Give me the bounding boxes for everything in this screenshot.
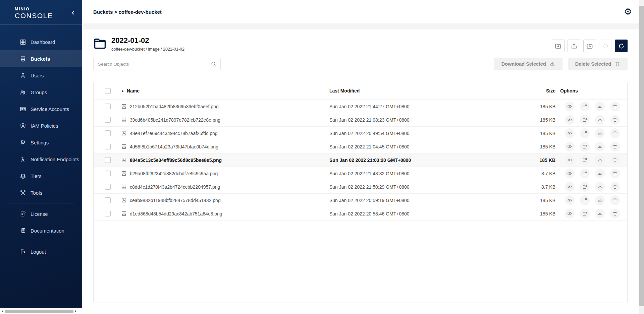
delete-object-button[interactable] bbox=[610, 209, 620, 218]
download-object-button[interactable] bbox=[595, 155, 605, 165]
object-name[interactable]: 48e41ef7e69c443494cc78b7aaf25fdc.png bbox=[130, 131, 218, 136]
share-object-button[interactable] bbox=[580, 182, 590, 192]
share-object-button[interactable] bbox=[580, 142, 590, 151]
sidebar-item-license[interactable]: License bbox=[0, 205, 82, 222]
sidebar-item-tools[interactable]: Tools bbox=[0, 184, 82, 201]
search-input[interactable] bbox=[93, 58, 221, 70]
download-object-button[interactable] bbox=[595, 182, 605, 192]
object-name[interactable]: c8dd4c1d270f43a2b4724ccbb2204957.png bbox=[130, 184, 220, 190]
table-row[interactable]: 4d58f8b1b6714a23a73fd47bfae0b74c.pngSun … bbox=[94, 140, 627, 153]
share-object-button[interactable] bbox=[580, 209, 590, 218]
row-checkbox[interactable] bbox=[105, 104, 111, 109]
preview-object-button[interactable] bbox=[565, 209, 575, 218]
sidebar-item-groups[interactable]: Groups bbox=[0, 84, 82, 101]
share-object-button[interactable] bbox=[580, 128, 590, 138]
table-row[interactable]: 39cd6b405bc241d7897e782fcb722e8e.pngSun … bbox=[94, 113, 627, 127]
download-object-button[interactable] bbox=[595, 169, 605, 178]
object-name[interactable]: 884a5c13c5e34eff89c56d8c95bee8e5.png bbox=[130, 158, 222, 163]
row-checkbox[interactable] bbox=[105, 171, 111, 176]
table-row[interactable]: b29a08fbf92342d882dcbdf7e9c9c9aa.pngSun … bbox=[94, 167, 627, 180]
horizontal-scrollbar-thumb[interactable] bbox=[5, 310, 73, 313]
object-name[interactable]: 4d58f8b1b6714a23a73fd47bfae0b74c.png bbox=[130, 144, 218, 149]
sidebar-item-tiers[interactable]: Tiers bbox=[0, 168, 82, 184]
breadcrumb[interactable]: Buckets > coffee-dev-bucket bbox=[93, 9, 162, 15]
share-object-button[interactable] bbox=[580, 155, 590, 165]
share-object-button[interactable] bbox=[580, 102, 590, 111]
delete-object-button[interactable] bbox=[610, 155, 620, 165]
column-header-size[interactable]: Size bbox=[515, 88, 555, 93]
preview-object-button[interactable] bbox=[565, 102, 575, 111]
new-path-button[interactable] bbox=[552, 40, 565, 52]
object-name[interactable]: d1ed868d48b54dd29ac842ab751a64e8.png bbox=[130, 211, 222, 216]
download-object-button[interactable] bbox=[595, 209, 605, 218]
row-checkbox[interactable] bbox=[105, 157, 111, 163]
horizontal-scrollbar[interactable]: ◄ ► bbox=[0, 308, 82, 314]
sidebar-item-service-accounts[interactable]: Service Accounts bbox=[0, 101, 82, 117]
table-row[interactable]: 48e41ef7e69c443494cc78b7aaf25fdc.pngSun … bbox=[94, 127, 627, 140]
delete-object-button[interactable] bbox=[610, 102, 620, 111]
download-object-button[interactable] bbox=[595, 128, 605, 138]
vertical-scrollbar[interactable] bbox=[639, 0, 644, 314]
share-icon bbox=[582, 211, 587, 216]
delete-object-button[interactable] bbox=[610, 128, 620, 138]
preview-object-button[interactable] bbox=[565, 195, 575, 205]
delete-object-button[interactable] bbox=[610, 142, 620, 151]
delete-object-button[interactable] bbox=[610, 169, 620, 178]
delete-object-button[interactable] bbox=[610, 115, 620, 125]
sidebar-item-label: Service Accounts bbox=[31, 106, 69, 112]
sidebar-item-documentation[interactable]: Documentation bbox=[0, 222, 82, 239]
object-name[interactable]: ceab9832b11948bfb2887578dd451432.png bbox=[130, 198, 221, 203]
column-header-name[interactable]: Name bbox=[127, 88, 140, 93]
upload-folder-button[interactable] bbox=[583, 40, 596, 52]
object-last-modified: Sun Jan 02 2022 21:50:29 GMT+0800 bbox=[329, 184, 515, 190]
table-row[interactable]: c8dd4c1d270f43a2b4724ccbb2204957.pngSun … bbox=[94, 180, 627, 194]
select-all-checkbox[interactable] bbox=[105, 88, 111, 94]
download-object-button[interactable] bbox=[595, 142, 605, 151]
table-row[interactable]: ceab9832b11948bfb2887578dd451432.pngSun … bbox=[94, 194, 627, 207]
delete-object-button[interactable] bbox=[610, 182, 620, 192]
preview-object-button[interactable] bbox=[565, 128, 575, 138]
row-checkbox[interactable] bbox=[105, 117, 111, 123]
preview-object-button[interactable] bbox=[565, 142, 575, 151]
sidebar-item-logout[interactable]: Logout bbox=[0, 243, 82, 260]
table-row[interactable]: 884a5c13c5e34eff89c56d8c95bee8e5.pngSun … bbox=[94, 153, 627, 167]
sidebar-item-users[interactable]: Users bbox=[0, 67, 82, 84]
object-name[interactable]: 212b052b1bad482fb8369533ebf0aeef.png bbox=[130, 104, 219, 109]
upload-file-button[interactable] bbox=[568, 40, 580, 52]
row-checkbox[interactable] bbox=[105, 184, 111, 190]
row-checkbox[interactable] bbox=[105, 211, 111, 216]
download-object-button[interactable] bbox=[595, 102, 605, 111]
preview-object-button[interactable] bbox=[565, 182, 575, 192]
download-selected-button[interactable]: Download Selected bbox=[494, 58, 562, 70]
sidebar-item-settings[interactable]: ⚙Settings bbox=[0, 134, 82, 151]
column-header-last-modified[interactable]: Last Modified bbox=[329, 88, 515, 93]
download-object-button[interactable] bbox=[595, 195, 605, 205]
preview-object-button[interactable] bbox=[565, 155, 575, 165]
sidebar-item-notification-endpoints[interactable]: λNotification Endpoints bbox=[0, 151, 82, 168]
sort-asc-icon[interactable]: ▲ bbox=[121, 89, 124, 92]
sidebar-item-iam-policies[interactable]: IAM Policies bbox=[0, 117, 82, 134]
vertical-scrollbar-thumb[interactable] bbox=[639, 6, 644, 306]
row-checkbox[interactable] bbox=[105, 197, 111, 203]
row-checkbox[interactable] bbox=[105, 130, 111, 136]
download-object-button[interactable] bbox=[595, 115, 605, 125]
table-row[interactable]: d1ed868d48b54dd29ac842ab751a64e8.pngSun … bbox=[94, 207, 627, 221]
sidebar-item-buckets[interactable]: Buckets bbox=[0, 50, 82, 67]
preview-object-button[interactable] bbox=[565, 169, 575, 178]
share-object-button[interactable] bbox=[580, 195, 590, 205]
row-checkbox[interactable] bbox=[105, 144, 111, 149]
delete-object-button[interactable] bbox=[610, 195, 620, 205]
delete-selected-button[interactable]: Delete Selected bbox=[568, 58, 628, 70]
object-name[interactable]: b29a08fbf92342d882dcbdf7e9c9c9aa.png bbox=[130, 171, 218, 176]
share-object-button[interactable] bbox=[580, 169, 590, 178]
scroll-right-arrow-icon[interactable]: ► bbox=[73, 308, 78, 314]
scroll-left-arrow-icon[interactable]: ◄ bbox=[0, 308, 5, 314]
table-row[interactable]: 212b052b1bad482fb8369533ebf0aeef.pngSun … bbox=[94, 100, 627, 113]
object-name[interactable]: 39cd6b405bc241d7897e782fcb722e8e.png bbox=[130, 117, 220, 123]
preview-object-button[interactable] bbox=[565, 115, 575, 125]
share-object-button[interactable] bbox=[580, 115, 590, 125]
refresh-button[interactable] bbox=[615, 40, 628, 52]
sidebar-collapse-button[interactable] bbox=[69, 10, 77, 17]
settings-gear-button[interactable]: ⚙ bbox=[622, 6, 634, 17]
sidebar-item-dashboard[interactable]: Dashboard bbox=[0, 34, 82, 50]
